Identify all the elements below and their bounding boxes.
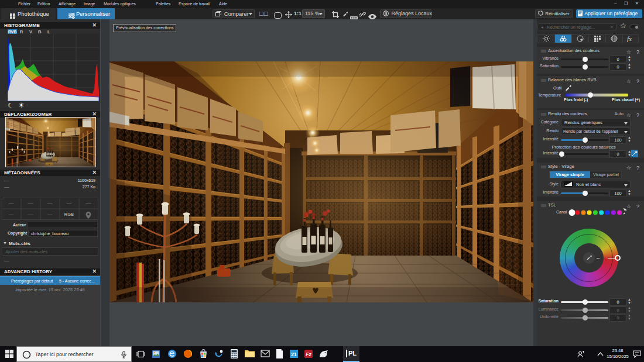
svg-text:—: — [28, 201, 33, 206]
svg-text:fx: fx [627, 35, 632, 42]
svg-text:—: — [67, 201, 72, 206]
svg-text:RGB: RGB [64, 212, 74, 217]
svg-text:—: — [86, 201, 91, 206]
svg-text:—: — [28, 212, 33, 218]
svg-text:—: — [47, 212, 53, 218]
svg-text:Fz: Fz [306, 351, 311, 357]
svg-text:—: — [9, 201, 14, 206]
svg-text:21: 21 [291, 351, 297, 357]
svg-text:—: — [47, 201, 53, 206]
svg-text:—: — [9, 212, 14, 218]
